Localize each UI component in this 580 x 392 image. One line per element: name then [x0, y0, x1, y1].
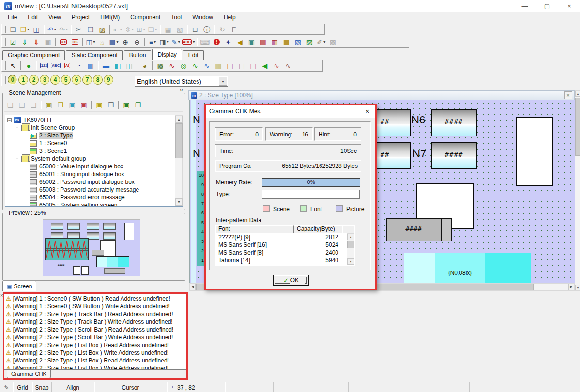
scroll-up-icon[interactable]: ▲ [175, 116, 183, 123]
warning-row[interactable]: ⚠ [Warning] 2 : Size Type ( List Box ) W… [4, 349, 186, 357]
new-file-button[interactable]: ❏ [8, 25, 18, 34]
height-spacing-button[interactable]: ⇳ [124, 25, 135, 34]
preview-thumbnail[interactable]: #### [43, 219, 140, 276]
cut-button[interactable]: ✂ [74, 25, 84, 34]
paste-scene-button[interactable]: ❑ [28, 100, 39, 110]
cut-scene-button[interactable]: ❑ [5, 100, 15, 110]
capacity-column-header[interactable]: Capacity(Byte) [294, 225, 342, 233]
pie-gauge-button[interactable]: ◎ [178, 61, 189, 71]
undo-button[interactable]: ↶ [46, 25, 57, 34]
frame-select-button[interactable]: ⊡ [190, 25, 200, 34]
zoom-in-button[interactable]: ⊕ [120, 37, 131, 47]
alarm-display-button[interactable]: A! [62, 61, 73, 71]
grammar-check-button[interactable]: ☑ [8, 37, 18, 47]
tree-item-65003[interactable]: 65003 : Password accurately message [30, 186, 139, 194]
state-number-button[interactable]: 1 [18, 75, 28, 85]
tab-edit[interactable]: Edit [183, 50, 204, 60]
minimize-button[interactable]: — [514, 0, 536, 12]
wave-monitor-button[interactable]: ∿ [271, 61, 282, 71]
menu-item[interactable]: Edit [22, 12, 43, 23]
width-spacing-button[interactable]: ⇤ [112, 25, 123, 34]
ok-button[interactable]: ✓ OK [273, 275, 309, 286]
font-style-button[interactable]: F [229, 25, 239, 34]
scroll-right-icon[interactable]: ▶ [568, 284, 574, 290]
scroll-left-icon[interactable]: ◀ [190, 284, 196, 290]
download-cancel-button[interactable]: ⇓ [31, 37, 42, 47]
tab-button[interactable]: Button [124, 50, 152, 60]
table-row[interactable]: Tahoma [14] 5940 [215, 256, 354, 264]
numeric-display-n6[interactable]: #### [431, 109, 477, 136]
ux-update-button[interactable]: UX [58, 37, 69, 47]
redo-button[interactable]: ↷ [58, 25, 69, 34]
pen-tool-button[interactable]: ✎ [170, 37, 181, 47]
alarm-count-button[interactable]: ▤ [236, 61, 247, 71]
state-number-button[interactable]: 4 [50, 75, 60, 85]
tree-group-init[interactable]: − Init Scene Group [15, 124, 75, 132]
warning-row[interactable]: ⚠ [Warning] 1 : Scene0 ( SW Button ) Wri… [4, 302, 186, 310]
ungroup-button[interactable]: ▧ [174, 25, 185, 34]
warning-row[interactable]: ⚠ [Warning] 2 : Size Type ( Track Bar ) … [4, 318, 186, 326]
menu-item[interactable]: Project [66, 12, 95, 23]
state-number-button[interactable]: 3 [40, 75, 49, 85]
state-number-button[interactable]: 0 [8, 75, 17, 85]
analog-meter-button[interactable]: ◕ [139, 61, 150, 71]
alarm-history-button[interactable]: ▤ [225, 61, 235, 71]
tree-item-size-type[interactable]: 2 : Size Type [30, 132, 73, 139]
import-group-button[interactable]: ▣ [121, 100, 132, 110]
sound-button[interactable]: ◀ [234, 37, 245, 47]
state-number-button[interactable]: 8 [93, 75, 103, 85]
display-settings-button[interactable]: ◫ [85, 37, 96, 47]
warning-row[interactable]: ⚠ [Warning] 1 : Scene0 ( SW Button ) Rea… [4, 295, 186, 302]
tab-static-component[interactable]: Static Component [66, 50, 122, 60]
canvas-titlebar[interactable]: m 2 : Size Type [100%] [188, 90, 575, 100]
backlight-button[interactable]: ☼ [97, 37, 107, 47]
history-graph-button[interactable]: ∿ [201, 61, 212, 71]
state-number-button[interactable]: 5 [61, 75, 71, 85]
wave-history-button[interactable]: ∿ [283, 61, 293, 71]
menu-item[interactable]: HMI(M) [95, 12, 125, 23]
tree-group-system[interactable]: − System default group [15, 155, 86, 163]
tree-item-65004[interactable]: 65004 : Password error message [30, 194, 125, 201]
monitor-button[interactable]: ▨ [304, 37, 315, 47]
maximize-button[interactable]: ▢ [536, 0, 558, 12]
picture-display-button[interactable]: ▩ [155, 61, 166, 71]
screen-lock-button[interactable]: ▣ [246, 37, 257, 47]
type-input[interactable] [262, 190, 360, 199]
tree-scrollbar[interactable]: ▲ ▼ [175, 115, 183, 206]
add-group-button[interactable]: ❐ [55, 100, 66, 110]
scene-properties-button[interactable]: ❐ [106, 100, 116, 110]
canvas-vscrollbar[interactable]: ▲ ▼ [575, 90, 580, 291]
dialog-close-icon[interactable]: × [363, 106, 372, 116]
data-block-button[interactable]: ▦ [213, 61, 224, 71]
menu-item[interactable]: File [2, 12, 22, 23]
state-number-button[interactable]: 6 [72, 75, 81, 85]
export-group-button[interactable]: ❐ [133, 100, 143, 110]
open-file-button[interactable]: ❐ [19, 25, 30, 34]
chevron-down-icon[interactable]: ▼ [219, 77, 227, 86]
menu-item[interactable]: Component [125, 12, 166, 23]
tree-item-65002[interactable]: 65002 : Password input dialogue box [30, 178, 135, 186]
save-button[interactable]: ◫ [31, 25, 42, 34]
menu-item[interactable]: View [43, 12, 66, 23]
scroll-up-icon[interactable]: ▲ [347, 234, 354, 240]
tank-button[interactable]: ◧ [112, 61, 123, 71]
scroll-down-icon[interactable]: ▼ [347, 258, 354, 265]
check-scene-button[interactable]: ▣ [67, 100, 77, 110]
lamp-bar-component[interactable]: {N0,08lx} [404, 253, 531, 283]
scroll-down-icon[interactable]: ▼ [175, 198, 183, 206]
tree-item-65000[interactable]: 65000 : Value input dialogue box [30, 163, 123, 170]
date-display-button[interactable]: ▦ [85, 61, 96, 71]
data-sampling-button[interactable]: ◀ [259, 61, 270, 71]
note-button[interactable]: ▧ [292, 37, 303, 47]
tree-item-scene0[interactable]: 1 : Scene0 [30, 139, 67, 147]
nudge-button[interactable]: ⊞ [136, 25, 146, 34]
copy-button[interactable]: ❑ [85, 25, 96, 34]
tree-item-scene1[interactable]: 3 : Scene1 [30, 147, 67, 155]
level-button[interactable]: ◫ [124, 61, 135, 71]
scroll-up-icon[interactable]: ▲ [575, 91, 580, 97]
collapse-icon[interactable]: − [15, 126, 19, 130]
pdf-export-button[interactable]: ▥ [269, 37, 280, 47]
warning-row[interactable]: ⚠ [Warning] 2 : Size Type ( Scroll Bar )… [4, 326, 186, 333]
paste-button[interactable]: ▨ [97, 25, 107, 34]
close-button[interactable]: × [558, 0, 580, 12]
